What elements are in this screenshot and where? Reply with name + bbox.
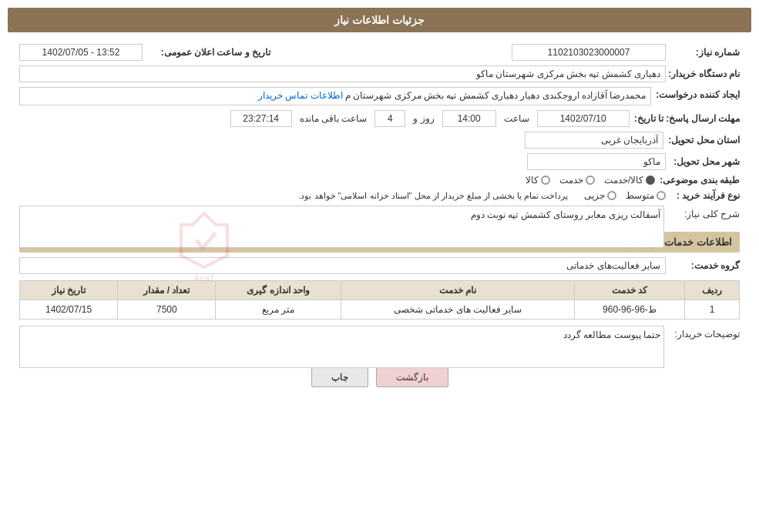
requester-value: محمدرضا آقازاده اروجکندی دهیار دهیاری کش…: [345, 90, 646, 101]
col-service-name: نام خدمت: [341, 281, 575, 300]
table-row: 1ط-96-96-960سایر فعالیت های خدماتی شخصیم…: [20, 300, 740, 320]
radio-service-icon: [586, 176, 595, 185]
process-option-partial[interactable]: جزیی: [584, 190, 616, 201]
col-date: تاریخ نیاز: [20, 281, 118, 300]
response-time-label: ساعت: [504, 113, 529, 124]
cell-5: 1402/07/15: [20, 300, 118, 320]
radio-medium-icon: [657, 191, 666, 200]
page-header: جزئیات اطلاعات نیاز: [8, 8, 751, 32]
col-service-code: کد خدمت: [574, 281, 684, 300]
need-number-label: شماره نیاز:: [670, 47, 740, 58]
cell-2: سایر فعالیت های خدماتی شخصی: [341, 300, 575, 320]
services-table: ردیف کد خدمت نام خدمت واحد اندازه گیری ت…: [19, 280, 740, 320]
process-type-label: نوع فرآیند خرید :: [670, 190, 740, 201]
need-description-textarea[interactable]: [19, 206, 664, 248]
buyer-org-value: دهیاری کشمش تپه بخش مرکزی شهرستان ماکو: [19, 65, 666, 82]
service-group-value: سایر فعالیت‌های خدماتی: [19, 257, 666, 274]
cell-4: 7500: [118, 300, 216, 320]
buyer-desc-textarea[interactable]: [19, 326, 664, 368]
province-label: استان محل تحویل:: [668, 135, 740, 146]
city-value: ماکو: [527, 153, 666, 170]
process-note: پرداخت تمام یا بخشی از مبلغ خریدار از مح…: [298, 191, 568, 201]
radio-both-icon: [646, 176, 655, 185]
response-days-label: روز و: [413, 113, 434, 124]
service-group-label: گروه خدمت:: [670, 260, 740, 271]
province-value: آذربایجان غربی: [525, 132, 663, 149]
need-desc-label: شرح کلی نیاز:: [670, 206, 740, 219]
requester-label: ایجاد کننده درخواست:: [656, 87, 740, 100]
col-row-num: ردیف: [685, 281, 740, 300]
city-label: شهر محل تحویل:: [670, 156, 740, 167]
response-date: 1402/07/10: [537, 110, 630, 127]
radio-goods-icon: [541, 176, 550, 185]
buyer-org-label: نام دستگاه خریدار:: [670, 69, 740, 79]
col-unit: واحد اندازه گیری: [216, 281, 341, 300]
category-option-both[interactable]: کالا/خدمت: [604, 175, 655, 186]
response-remaining: 23:27:14: [230, 110, 292, 127]
cell-1: ط-96-96-960: [574, 300, 684, 320]
category-options: کالا خدمت کالا/خدمت: [526, 175, 655, 186]
cell-3: متر مربع: [216, 300, 341, 320]
cell-0: 1: [685, 300, 740, 320]
process-option-medium[interactable]: متوسط: [626, 190, 666, 201]
category-option-goods[interactable]: کالا: [526, 175, 550, 186]
process-options: جزیی متوسط: [584, 190, 666, 201]
radio-partial-icon: [607, 191, 616, 200]
announcement-datetime: 1402/07/05 - 13:52: [19, 44, 143, 61]
response-time: 14:00: [442, 110, 496, 127]
need-number-value: 1102103023000007: [512, 44, 666, 61]
response-days: 4: [374, 110, 405, 127]
contact-link[interactable]: اطلاعات تماس خریدار: [258, 90, 343, 101]
col-quantity: تعداد / مقدار: [118, 281, 216, 300]
announcement-label: تاریخ و ساعت اعلان عمومی:: [147, 47, 270, 58]
buyer-desc-label: توضیحات خریدار:: [670, 326, 740, 340]
page-title: جزئیات اطلاعات نیاز: [334, 14, 425, 26]
response-deadline-label: مهلت ارسال پاسخ: تا تاریخ:: [634, 113, 740, 124]
response-remaining-label: ساعت باقی مانده: [300, 113, 368, 124]
category-option-service[interactable]: خدمت: [559, 175, 595, 186]
category-label: طبقه بندی موضوعی:: [660, 175, 740, 186]
